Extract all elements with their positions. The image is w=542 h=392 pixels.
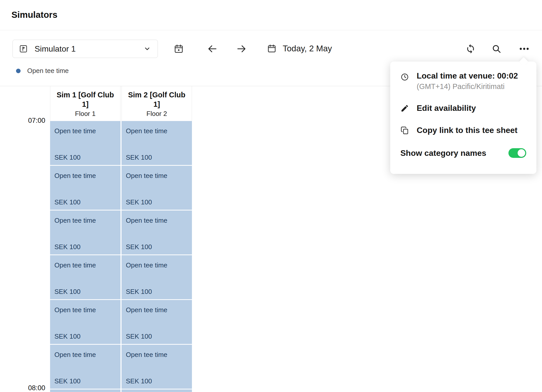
menu-item-label: Copy link to this tee sheet xyxy=(417,126,518,135)
copy-icon xyxy=(400,126,409,135)
tee-time-slot[interactable]: Open tee timeSEK 100 xyxy=(122,345,192,389)
calendar-today-icon xyxy=(174,44,184,54)
calendar-today-button[interactable] xyxy=(174,44,184,54)
time-label: 08:00 xyxy=(0,384,45,392)
previous-day-button[interactable] xyxy=(207,43,218,54)
tee-time-slot[interactable]: Open tee timeSEK 100 xyxy=(122,300,192,344)
show-category-names-label: Show category names xyxy=(400,148,486,158)
menu-item-edit-availability[interactable]: Edit availability xyxy=(400,103,526,113)
clock-icon xyxy=(400,73,409,81)
tee-time-slot[interactable]: Open tee timeSEK 100 xyxy=(122,210,192,254)
arrow-right-icon xyxy=(236,43,247,54)
page-title: Simulators xyxy=(11,10,57,20)
legend-label: Open tee time xyxy=(27,67,69,75)
legend-dot xyxy=(16,69,21,73)
simulator-select-value: Simulator 1 xyxy=(35,44,76,54)
tee-time-slot[interactable]: Open tee timeSEK 100 xyxy=(50,255,121,299)
simulator-icon xyxy=(19,44,28,53)
more-options-button[interactable] xyxy=(519,44,530,53)
column-title: Sim 2 [Golf Club 1] xyxy=(122,90,192,109)
slot-price: SEK 100 xyxy=(126,288,152,296)
tee-time-slot[interactable]: Open tee timeSEK 100 xyxy=(50,389,121,392)
sim-lane-1: Sim 1 [Golf Club 1]Floor 1Open tee timeS… xyxy=(50,86,121,392)
menu-item-label: Edit availability xyxy=(417,103,476,113)
page-header: Simulators xyxy=(0,0,542,30)
slot-label: Open tee time xyxy=(54,217,96,224)
tee-time-slot[interactable]: Open tee timeSEK 100 xyxy=(122,121,192,165)
slot-label: Open tee time xyxy=(126,306,167,314)
pencil-icon xyxy=(400,104,409,113)
tee-time-slot[interactable]: Open tee timeSEK 100 xyxy=(122,166,192,210)
calendar-icon xyxy=(267,44,277,53)
tee-time-slot[interactable]: Open tee timeSEK 100 xyxy=(122,255,192,299)
slot-price: SEK 100 xyxy=(126,154,152,161)
simulator-select[interactable]: Simulator 1 xyxy=(12,40,158,58)
search-icon xyxy=(491,44,502,54)
slot-price: SEK 100 xyxy=(54,243,81,251)
show-category-names-row: Show category names xyxy=(400,148,526,158)
tee-time-slot[interactable]: Open tee timeSEK 100 xyxy=(50,345,121,389)
more-options-menu: Local time at venue: 00:02 (GMT+14) Paci… xyxy=(390,62,536,174)
slot-price: SEK 100 xyxy=(126,243,152,251)
slot-price: SEK 100 xyxy=(126,333,152,340)
tee-time-slot[interactable]: Open tee timeSEK 100 xyxy=(50,300,121,344)
slot-price: SEK 100 xyxy=(126,198,152,206)
sim-lane-2: Sim 2 [Golf Club 1]Floor 2Open tee timeS… xyxy=(122,86,192,392)
local-time-timezone: (GMT+14) Pacific/Kiritimati xyxy=(417,82,518,91)
slot-price: SEK 100 xyxy=(54,198,81,206)
show-category-names-toggle[interactable] xyxy=(508,148,526,158)
date-picker[interactable]: Today, 2 May xyxy=(267,44,332,53)
slot-price: SEK 100 xyxy=(126,377,152,385)
column-header: Sim 1 [Golf Club 1]Floor 1 xyxy=(50,86,121,121)
date-label: Today, 2 May xyxy=(283,44,332,53)
next-day-button[interactable] xyxy=(236,43,247,54)
grid-lanes: Sim 1 [Golf Club 1]Floor 1Open tee timeS… xyxy=(50,86,192,392)
column-subtitle: Floor 1 xyxy=(50,110,120,118)
slot-label: Open tee time xyxy=(126,172,167,180)
more-horizontal-icon xyxy=(519,44,530,53)
slot-price: SEK 100 xyxy=(54,333,81,340)
toggle-knob xyxy=(518,149,525,157)
slot-label: Open tee time xyxy=(54,172,96,180)
local-time-title: Local time at venue: 00:02 xyxy=(417,71,518,81)
slot-label: Open tee time xyxy=(126,261,167,269)
tee-time-slot[interactable]: Open tee timeSEK 100 xyxy=(50,121,121,165)
slot-price: SEK 100 xyxy=(54,154,81,161)
column-subtitle: Floor 2 xyxy=(122,110,192,118)
slot-label: Open tee time xyxy=(126,351,167,359)
tee-time-slot[interactable]: Open tee timeSEK 100 xyxy=(122,389,192,392)
slot-label: Open tee time xyxy=(54,261,96,269)
refresh-button[interactable] xyxy=(465,44,476,54)
tee-time-slot[interactable]: Open tee timeSEK 100 xyxy=(50,166,121,210)
slot-label: Open tee time xyxy=(54,306,96,314)
column-header: Sim 2 [Golf Club 1]Floor 2 xyxy=(122,86,192,121)
menu-item-copy-link[interactable]: Copy link to this tee sheet xyxy=(400,126,526,135)
slot-label: Open tee time xyxy=(54,127,96,135)
slot-label: Open tee time xyxy=(126,217,167,224)
local-time-row: Local time at venue: 00:02 (GMT+14) Paci… xyxy=(400,71,526,91)
arrow-left-icon xyxy=(207,43,218,54)
slot-price: SEK 100 xyxy=(54,288,81,296)
tee-time-slot[interactable]: Open tee timeSEK 100 xyxy=(50,210,121,254)
slot-label: Open tee time xyxy=(126,127,167,135)
search-button[interactable] xyxy=(491,44,502,54)
time-label: 07:00 xyxy=(0,117,45,125)
column-title: Sim 1 [Golf Club 1] xyxy=(50,90,120,109)
slot-label: Open tee time xyxy=(54,351,96,359)
legend-open-tee-time: Open tee time xyxy=(16,67,69,75)
chevron-down-icon xyxy=(143,44,152,53)
refresh-icon xyxy=(465,44,476,54)
slot-price: SEK 100 xyxy=(54,377,81,385)
